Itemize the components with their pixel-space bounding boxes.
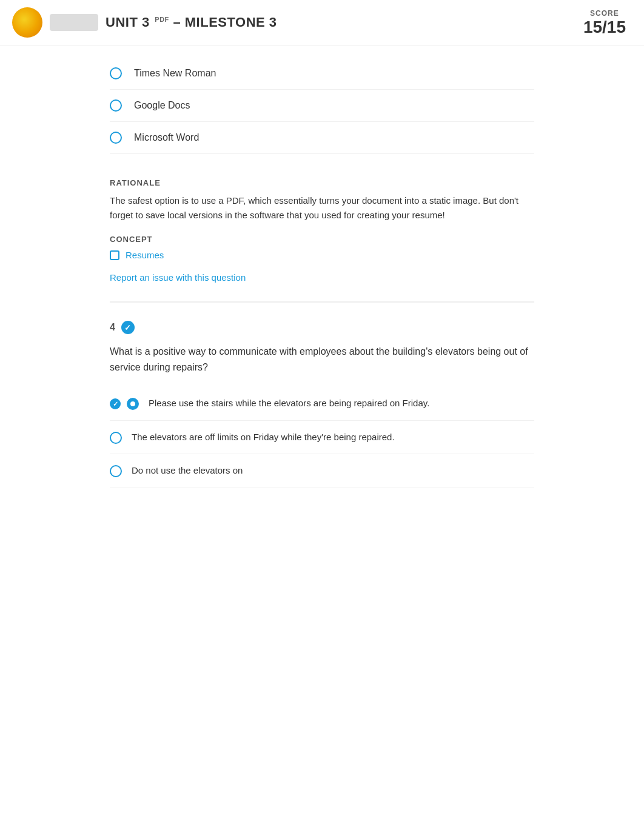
correct-icon: ✓	[121, 321, 135, 334]
q4-radio-c[interactable]	[110, 465, 122, 477]
score-box: SCORE 15/15	[583, 9, 626, 37]
page-header: UNIT 3 PDF – MILESTONE 3 SCORE 15/15	[0, 0, 644, 45]
option-radio-a[interactable]	[110, 67, 122, 79]
concept-link-icon	[110, 250, 119, 260]
option-text-c: Microsoft Word	[134, 132, 199, 143]
report-issue-link[interactable]: Report an issue with this question	[110, 272, 246, 283]
logo-circle	[12, 7, 42, 38]
score-label: SCORE	[583, 9, 626, 18]
score-value: 15/15	[583, 18, 626, 37]
q4-option-text-c: Do not use the elevators on	[132, 464, 243, 478]
option-radio-c[interactable]	[110, 132, 122, 144]
q4-radio-a[interactable]	[127, 398, 139, 410]
option-text-b: Google Docs	[134, 100, 190, 111]
q4-option-b[interactable]: The elevators are off limits on Friday w…	[110, 421, 534, 455]
main-content: Times New Roman Google Docs Microsoft Wo…	[92, 45, 552, 500]
concept-link[interactable]: Resumes	[110, 250, 534, 260]
header-dash: –	[173, 15, 184, 30]
rationale-section: RATIONALE The safest option is to use a …	[110, 172, 534, 283]
answer-option-c[interactable]: Microsoft Word	[110, 122, 534, 154]
rationale-text: The safest option is to use a PDF, which…	[110, 193, 534, 223]
option-text-a: Times New Roman	[134, 68, 216, 79]
question-divider	[110, 301, 534, 303]
answer-option-a[interactable]: Times New Roman	[110, 58, 534, 90]
question-number: 4	[110, 322, 115, 333]
rationale-heading: RATIONALE	[110, 178, 534, 187]
option-radio-b[interactable]	[110, 99, 122, 112]
question-4: 4 ✓ What is a positive way to communicat…	[110, 321, 534, 488]
pdf-badge: PDF	[155, 16, 169, 23]
question-number-row: 4 ✓	[110, 321, 534, 334]
logo-placeholder	[50, 14, 98, 31]
milestone-label: MILESTONE 3	[185, 15, 277, 30]
concept-link-text: Resumes	[126, 250, 164, 260]
q4-option-a[interactable]: ✓ Please use the stairs while the elevat…	[110, 387, 534, 421]
q4-option-b-icons	[110, 431, 122, 444]
q4-radio-b[interactable]	[110, 432, 122, 444]
answer-option-b[interactable]: Google Docs	[110, 90, 534, 122]
question-text: What is a positive way to communicate wi…	[110, 344, 534, 375]
q4-option-c-icons	[110, 464, 122, 477]
q4-option-a-icons: ✓	[110, 397, 139, 410]
q4-option-c[interactable]: Do not use the elevators on	[110, 454, 534, 488]
q4-option-text-a: Please use the stairs while the elevator…	[149, 397, 429, 411]
unit-label: UNIT 3	[106, 15, 150, 30]
concept-heading: CONCEPT	[110, 235, 534, 244]
page-title: UNIT 3 PDF – MILESTONE 3	[106, 15, 277, 30]
q4-correct-icon-a: ✓	[110, 398, 121, 409]
q4-option-text-b: The elevators are off limits on Friday w…	[132, 431, 395, 444]
